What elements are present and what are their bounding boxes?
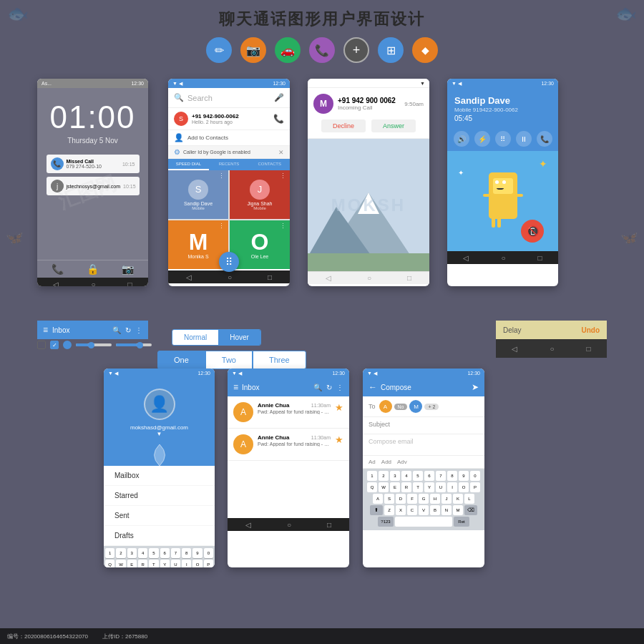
tab-speed-dial[interactable]: SPEED DIAL: [168, 159, 209, 170]
to-field[interactable]: To A No M + 2: [363, 396, 484, 417]
recent-btn[interactable]: □: [127, 280, 132, 287]
subject-field[interactable]: Subject: [363, 417, 484, 434]
tab-two[interactable]: Two: [205, 351, 253, 369]
sd-cell-1[interactable]: S Sandip Dave Mobile ⋮: [168, 170, 228, 219]
phone7-mockup: ▼ ◀ 12:30 ← Compose ➤ To A No M + 2 Subj…: [363, 369, 484, 567]
bottom-nav-standalone: ◁ ○ □: [496, 339, 607, 358]
search-icon-inbox[interactable]: 🔍: [112, 326, 121, 334]
standalone-home-btn[interactable]: ○: [550, 345, 554, 353]
chip-no: No: [394, 404, 408, 410]
add-contacts-row[interactable]: 👤 Add to Contacts: [168, 130, 290, 146]
email-item-1[interactable]: A Annie Chua 11:30am Fwd: Appeal for fun…: [228, 396, 349, 429]
answer-btn[interactable]: Answer: [371, 119, 416, 132]
sd3-more-icon[interactable]: ⋮: [218, 223, 225, 230]
inbox-menu-icon[interactable]: ≡: [233, 382, 238, 392]
p2-recent-btn[interactable]: □: [268, 273, 272, 281]
compose-back-icon[interactable]: ←: [369, 382, 377, 392]
menu-sent[interactable]: Sent: [104, 506, 215, 526]
tab-contacts[interactable]: CONTACTS: [249, 159, 290, 170]
tab-one[interactable]: One: [157, 351, 205, 369]
mic-icon[interactable]: 🎤: [274, 93, 284, 102]
checkbox-unchecked[interactable]: [37, 341, 46, 349]
tab-three[interactable]: Three: [253, 351, 306, 369]
checkbox-checked[interactable]: ✓: [50, 341, 59, 349]
menu-drafts[interactable]: Drafts: [104, 526, 215, 546]
diamond-icon-btn[interactable]: ◆: [412, 37, 438, 63]
caller-suggestion[interactable]: S +91 942-900-0062 Hello. 2 hours ago 📞: [168, 108, 290, 130]
refresh-icon[interactable]: ↻: [125, 326, 131, 334]
phone1-camera-icon[interactable]: 📷: [122, 263, 134, 275]
slider-2[interactable]: [116, 343, 152, 346]
p6-home-btn[interactable]: ○: [287, 521, 291, 529]
email2-avatar: A: [233, 434, 253, 454]
inbox-refresh-icon[interactable]: ↻: [326, 384, 332, 391]
sd4-more-icon[interactable]: ⋮: [280, 223, 286, 230]
toggle-hover[interactable]: Hover: [218, 330, 260, 345]
end-call-btn[interactable]: 📵: [521, 220, 544, 243]
back-btn[interactable]: ◁: [53, 280, 59, 287]
email1-star[interactable]: ★: [335, 402, 343, 413]
send-icon[interactable]: ➤: [472, 382, 479, 392]
close-icon[interactable]: ✕: [278, 149, 284, 156]
standalone-back-btn[interactable]: ◁: [512, 345, 517, 353]
p2-home-btn[interactable]: ○: [228, 273, 232, 281]
camera-icon-btn[interactable]: 📷: [240, 37, 266, 63]
add-call-ctrl[interactable]: 📞: [537, 131, 552, 147]
p4-home-btn[interactable]: ○: [501, 254, 505, 262]
fab-button[interactable]: ⠿: [219, 252, 239, 272]
tab-recents[interactable]: RECENTS: [209, 159, 250, 170]
sd4-name: Ole Lee: [251, 254, 269, 259]
p2-back-btn[interactable]: ◁: [186, 273, 192, 281]
email-list: A Annie Chua 11:30am Fwd: Appeal for fun…: [228, 396, 349, 518]
p3-home-btn[interactable]: ○: [367, 274, 371, 282]
standalone-recent-btn[interactable]: □: [586, 345, 590, 353]
incoming-call-section: M +91 942 900 0062 Incoming Call 9:50am …: [308, 88, 429, 139]
email2-star[interactable]: ★: [335, 434, 343, 445]
mute-ctrl[interactable]: ⏸: [516, 131, 532, 147]
search-icon: 🔍: [174, 93, 184, 102]
phone1-call-icon[interactable]: 📞: [52, 263, 64, 275]
more-icon[interactable]: ⋮: [135, 326, 142, 334]
menu-icon[interactable]: ≡: [43, 325, 48, 335]
undo-label[interactable]: Undo: [581, 326, 600, 334]
home-btn[interactable]: ○: [91, 280, 95, 287]
lock-time: 01:00: [49, 99, 135, 135]
call-icon[interactable]: 📞: [273, 114, 284, 124]
sd1-avatar: S: [188, 180, 208, 200]
inbox-search-icon[interactable]: 🔍: [313, 384, 322, 391]
toggle-normal[interactable]: Normal: [172, 330, 218, 345]
toggle-group: Normal Hover: [172, 329, 261, 346]
phone-icon-btn[interactable]: 📞: [309, 37, 335, 63]
menu-starred[interactable]: Starred: [104, 486, 215, 506]
email-item-2[interactable]: A Annie Chua 11:30am Fwd: Appeal for fun…: [228, 429, 349, 461]
speaker-ctrl[interactable]: 🔊: [454, 131, 469, 147]
slider-1[interactable]: [76, 343, 112, 346]
bluetooth-ctrl[interactable]: ⚡: [474, 131, 490, 147]
car-icon-btn[interactable]: 🚗: [275, 37, 301, 63]
email1-sender: Annie Chua: [258, 402, 289, 409]
phone1-lock-icon: 🔒: [87, 263, 99, 275]
caller-id-bar: ⚙ Caller Id by Google is enabled ✕: [168, 146, 290, 159]
page-title: 聊天通话图形用户界面设计: [0, 0, 644, 30]
plus-icon-btn[interactable]: +: [343, 37, 369, 63]
sd-cell-2[interactable]: J Jigna Shah Mobile ⋮: [230, 170, 290, 219]
sd2-more-icon[interactable]: ⋮: [280, 172, 286, 180]
p3-back-btn[interactable]: ◁: [326, 274, 331, 282]
grid-icon-btn[interactable]: ⊞: [378, 37, 404, 63]
decline-btn[interactable]: Decline: [321, 119, 366, 132]
incoming-caller-avatar: M: [313, 94, 333, 114]
edit-icon-btn[interactable]: ✏: [206, 37, 232, 63]
p3-recent-btn[interactable]: □: [407, 274, 411, 282]
compose-text-field[interactable]: Compose email: [363, 434, 484, 456]
search-bar[interactable]: 🔍 Search 🎤: [168, 88, 290, 108]
radio-checked[interactable]: [63, 341, 72, 349]
phone2-statusbar: ▼ ◀ 12:30: [168, 79, 290, 88]
inbox-more-icon[interactable]: ⋮: [336, 384, 343, 391]
p4-recent-btn[interactable]: □: [537, 254, 542, 262]
p6-recent-btn[interactable]: □: [327, 521, 331, 529]
bottom-info-bar: 编号：20200806164654322070 上传ID：2675880: [0, 628, 644, 644]
dialpad-ctrl[interactable]: ⠿: [495, 131, 511, 147]
p4-back-btn[interactable]: ◁: [463, 254, 469, 262]
sd1-more-icon[interactable]: ⋮: [218, 172, 225, 180]
p6-back-btn[interactable]: ◁: [245, 521, 251, 529]
